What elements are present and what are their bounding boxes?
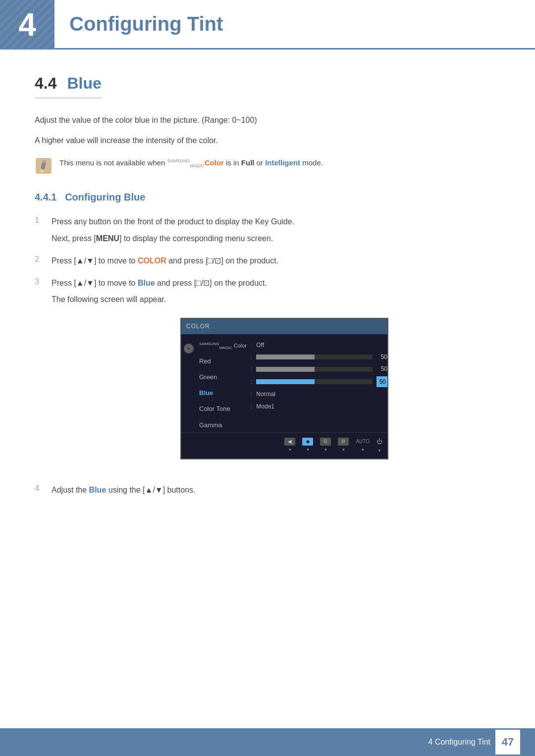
subsection-title: Configuring Blue bbox=[65, 192, 145, 202]
screen-btn-2: ■ ▼ bbox=[302, 438, 313, 454]
value-row-blue: : 50 bbox=[251, 376, 387, 387]
screen-btn-icon-3: ⊡ bbox=[320, 438, 331, 446]
screen-footer: ◀ ▼ ■ ▼ bbox=[181, 432, 387, 458]
menu-samsung-color: SAMSUNGMAGIC Color bbox=[196, 339, 251, 353]
screen-mockup: COLOR bbox=[180, 318, 388, 459]
menu-green: Green bbox=[196, 370, 251, 384]
screen-btn-1: ◀ ▼ bbox=[284, 438, 295, 454]
page-footer: 4 Configuring Tint 47 bbox=[0, 728, 535, 756]
screen-btn-3: ⊡ ▼ bbox=[320, 438, 331, 454]
description-1: Adjust the value of the color blue in th… bbox=[35, 113, 500, 127]
screen-header-label: COLOR bbox=[181, 319, 387, 334]
screen-menu-list: SAMSUNGMAGIC Color Red Green Blue Color … bbox=[196, 339, 251, 432]
note-magic-small: MAGIC bbox=[190, 163, 205, 168]
screen-btn-4: ⊟ ▼ bbox=[338, 438, 349, 454]
section-number: 4.4 bbox=[35, 74, 56, 92]
step-3-content: Press [▲/▼] to move to Blue and press [□… bbox=[52, 276, 500, 474]
screen-values: : Off : 50 bbox=[251, 339, 387, 432]
note-brand-small: SAMSUNG bbox=[167, 158, 190, 163]
screen-btn-auto: AUTO ▼ bbox=[356, 437, 370, 454]
red-bar bbox=[256, 354, 314, 359]
screen-btn-icon-2: ■ bbox=[302, 438, 313, 446]
note-color-word: Color bbox=[205, 158, 224, 167]
section-title: Blue bbox=[67, 74, 101, 92]
subsection-number: 4.4.1 bbox=[35, 192, 56, 202]
step-4-number: 4 bbox=[35, 484, 45, 494]
chapter-number-block: 4 bbox=[0, 0, 54, 50]
menu-gamma: Gamma bbox=[196, 418, 251, 432]
menu-red: Red bbox=[196, 354, 251, 368]
blue-bar bbox=[256, 379, 314, 384]
step-1-content: Press any button on the front of the pro… bbox=[52, 215, 500, 245]
chapter-header: 4 Configuring Tint bbox=[0, 0, 535, 50]
step-1-main: Press any button on the front of the pro… bbox=[52, 217, 294, 226]
chapter-title-block: Configuring Tint bbox=[54, 0, 535, 50]
section-4-4-heading: 4.4 Blue bbox=[35, 74, 500, 99]
step-4: 4 Adjust the Blue using the [▲/▼] button… bbox=[35, 483, 500, 497]
screen-mockup-wrap: COLOR bbox=[68, 318, 500, 459]
note-full-word: Full bbox=[241, 158, 255, 167]
value-row-green: : 50 bbox=[251, 364, 387, 374]
footer-text: 4 Configuring Tint bbox=[428, 738, 490, 747]
step-1-number: 1 bbox=[35, 215, 45, 225]
step-4-content: Adjust the Blue using the [▲/▼] buttons. bbox=[52, 483, 500, 497]
value-row-color-tone: : Normal bbox=[251, 389, 387, 399]
chapter-number: 4 bbox=[18, 6, 36, 43]
screen-btn-icon-1: ◀ bbox=[284, 438, 295, 446]
step-4-blue-word: Blue bbox=[89, 486, 107, 494]
step-3-blue-word: Blue bbox=[138, 279, 155, 287]
value-row-red: : 50 bbox=[251, 352, 387, 362]
step-1: 1 Press any button on the front of the p… bbox=[35, 215, 500, 245]
step-2: 2 Press [▲/▼] to move to COLOR and press… bbox=[35, 254, 500, 267]
note-icon bbox=[35, 157, 53, 177]
menu-color-tone: Color Tone bbox=[196, 402, 251, 416]
step-3-number: 3 bbox=[35, 277, 45, 287]
screen-btn-power: ⏻ ▼ bbox=[376, 437, 382, 454]
step-1-sub: Next, press [MENU] to display the corres… bbox=[52, 232, 500, 245]
step-2-number: 2 bbox=[35, 254, 45, 264]
menu-blue: Blue bbox=[196, 386, 251, 400]
note-box: This menu is not available when SAMSUNGM… bbox=[35, 157, 500, 177]
green-bar bbox=[256, 367, 314, 372]
main-content: 4.4 Blue Adjust the value of the color b… bbox=[0, 74, 535, 555]
screen-btn-icon-4: ⊟ bbox=[338, 438, 349, 446]
step-2-color-word: COLOR bbox=[138, 256, 166, 265]
subsection-heading: 4.4.1 Configuring Blue bbox=[35, 192, 500, 203]
step-2-content: Press [▲/▼] to move to COLOR and press [… bbox=[52, 254, 500, 267]
note-intelligent-word: Intelligent bbox=[265, 158, 300, 167]
step-3-sub: The following screen will appear. bbox=[52, 293, 500, 306]
svg-point-6 bbox=[187, 347, 190, 350]
step-3: 3 Press [▲/▼] to move to Blue and press … bbox=[35, 276, 500, 474]
note-text: This menu is not available when SAMSUNGM… bbox=[59, 157, 323, 169]
screen-camera-icon bbox=[183, 343, 194, 354]
description-2: A higher value will increase the intensi… bbox=[35, 134, 500, 147]
chapter-title: Configuring Tint bbox=[69, 13, 223, 35]
steps-list: 1 Press any button on the front of the p… bbox=[35, 215, 500, 496]
footer-page-number: 47 bbox=[495, 730, 520, 755]
value-row-gamma: : Mode1 bbox=[251, 402, 387, 411]
value-row-samsung-color: : Off bbox=[251, 340, 387, 350]
